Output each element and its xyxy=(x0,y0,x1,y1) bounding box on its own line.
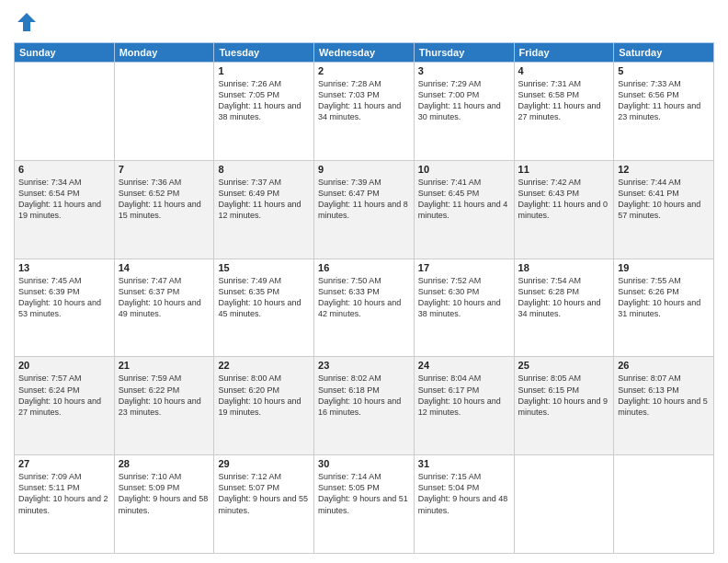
day-number: 29 xyxy=(218,458,310,469)
calendar-cell: 19Sunrise: 7:55 AMSunset: 6:26 PMDayligh… xyxy=(614,259,714,357)
calendar-cell: 28Sunrise: 7:10 AMSunset: 5:09 PMDayligh… xyxy=(114,455,214,554)
calendar-cell: 2Sunrise: 7:28 AMSunset: 7:03 PMDaylight… xyxy=(314,63,415,161)
cell-info: Sunrise: 7:14 AMSunset: 5:05 PMDaylight:… xyxy=(318,471,410,516)
calendar-cell: 20Sunrise: 7:57 AMSunset: 6:24 PMDayligh… xyxy=(15,357,115,455)
day-number: 14 xyxy=(119,262,210,273)
calendar-cell: 30Sunrise: 7:14 AMSunset: 5:05 PMDayligh… xyxy=(314,455,415,554)
calendar-cell: 26Sunrise: 8:07 AMSunset: 6:13 PMDayligh… xyxy=(614,357,714,455)
day-number: 15 xyxy=(218,262,310,273)
cell-info: Sunrise: 7:45 AMSunset: 6:39 PMDaylight:… xyxy=(18,275,110,320)
cell-info: Sunrise: 7:50 AMSunset: 6:33 PMDaylight:… xyxy=(318,275,410,320)
weekday-header-thursday: Thursday xyxy=(414,43,514,63)
cell-info: Sunrise: 7:33 AMSunset: 6:56 PMDaylight:… xyxy=(618,78,710,123)
logo xyxy=(14,9,43,35)
day-number: 16 xyxy=(318,262,410,273)
cell-info: Sunrise: 7:26 AMSunset: 7:05 PMDaylight:… xyxy=(218,78,310,123)
day-number: 20 xyxy=(18,360,110,371)
day-number: 2 xyxy=(318,65,410,76)
calendar-cell: 24Sunrise: 8:04 AMSunset: 6:17 PMDayligh… xyxy=(414,357,514,455)
cell-info: Sunrise: 8:04 AMSunset: 6:17 PMDaylight:… xyxy=(418,373,510,418)
weekday-header-saturday: Saturday xyxy=(614,43,714,63)
calendar-cell: 7Sunrise: 7:36 AMSunset: 6:52 PMDaylight… xyxy=(114,160,214,259)
cell-info: Sunrise: 7:49 AMSunset: 6:35 PMDaylight:… xyxy=(218,275,310,320)
day-number: 19 xyxy=(618,262,710,273)
cell-info: Sunrise: 8:02 AMSunset: 6:18 PMDaylight:… xyxy=(318,373,410,418)
cell-info: Sunrise: 7:10 AMSunset: 5:09 PMDaylight:… xyxy=(119,471,210,516)
calendar-cell: 5Sunrise: 7:33 AMSunset: 6:56 PMDaylight… xyxy=(614,63,714,161)
calendar-cell: 18Sunrise: 7:54 AMSunset: 6:28 PMDayligh… xyxy=(514,259,614,357)
day-number: 27 xyxy=(18,458,110,469)
logo-icon xyxy=(14,9,40,35)
calendar-cell xyxy=(614,455,714,554)
day-number: 10 xyxy=(418,164,510,175)
calendar-cell: 16Sunrise: 7:50 AMSunset: 6:33 PMDayligh… xyxy=(314,259,415,357)
calendar-cell: 31Sunrise: 7:15 AMSunset: 5:04 PMDayligh… xyxy=(414,455,514,554)
calendar-cell: 9Sunrise: 7:39 AMSunset: 6:47 PMDaylight… xyxy=(314,160,415,259)
page: SundayMondayTuesdayWednesdayThursdayFrid… xyxy=(0,0,728,563)
day-number: 25 xyxy=(518,360,610,371)
cell-info: Sunrise: 7:57 AMSunset: 6:24 PMDaylight:… xyxy=(18,373,110,418)
calendar-cell: 11Sunrise: 7:42 AMSunset: 6:43 PMDayligh… xyxy=(514,160,614,259)
cell-info: Sunrise: 8:05 AMSunset: 6:15 PMDaylight:… xyxy=(518,373,610,418)
day-number: 12 xyxy=(618,164,710,175)
calendar-cell: 14Sunrise: 7:47 AMSunset: 6:37 PMDayligh… xyxy=(114,259,214,357)
cell-info: Sunrise: 7:54 AMSunset: 6:28 PMDaylight:… xyxy=(518,275,610,320)
calendar-cell: 22Sunrise: 8:00 AMSunset: 6:20 PMDayligh… xyxy=(214,357,314,455)
cell-info: Sunrise: 8:07 AMSunset: 6:13 PMDaylight:… xyxy=(618,373,710,418)
day-number: 30 xyxy=(318,458,410,469)
weekday-header-friday: Friday xyxy=(514,43,614,63)
calendar-cell: 8Sunrise: 7:37 AMSunset: 6:49 PMDaylight… xyxy=(214,160,314,259)
cell-info: Sunrise: 7:09 AMSunset: 5:11 PMDaylight:… xyxy=(18,471,110,516)
calendar-cell: 15Sunrise: 7:49 AMSunset: 6:35 PMDayligh… xyxy=(214,259,314,357)
cell-info: Sunrise: 7:12 AMSunset: 5:07 PMDaylight:… xyxy=(218,471,310,516)
cell-info: Sunrise: 7:37 AMSunset: 6:49 PMDaylight:… xyxy=(218,177,310,222)
calendar-cell xyxy=(15,63,115,161)
week-row-1: 1Sunrise: 7:26 AMSunset: 7:05 PMDaylight… xyxy=(15,63,714,161)
cell-info: Sunrise: 7:28 AMSunset: 7:03 PMDaylight:… xyxy=(318,78,410,123)
calendar-cell: 1Sunrise: 7:26 AMSunset: 7:05 PMDaylight… xyxy=(214,63,314,161)
calendar-cell: 29Sunrise: 7:12 AMSunset: 5:07 PMDayligh… xyxy=(214,455,314,554)
day-number: 18 xyxy=(518,262,610,273)
cell-info: Sunrise: 7:15 AMSunset: 5:04 PMDaylight:… xyxy=(418,471,510,516)
day-number: 4 xyxy=(518,65,610,76)
cell-info: Sunrise: 7:39 AMSunset: 6:47 PMDaylight:… xyxy=(318,177,410,222)
day-number: 28 xyxy=(119,458,210,469)
day-number: 26 xyxy=(618,360,710,371)
week-row-5: 27Sunrise: 7:09 AMSunset: 5:11 PMDayligh… xyxy=(15,455,714,554)
day-number: 8 xyxy=(218,164,310,175)
day-number: 22 xyxy=(218,360,310,371)
weekday-header-row: SundayMondayTuesdayWednesdayThursdayFrid… xyxy=(15,43,714,63)
svg-marker-0 xyxy=(17,13,36,31)
day-number: 7 xyxy=(119,164,210,175)
cell-info: Sunrise: 7:47 AMSunset: 6:37 PMDaylight:… xyxy=(119,275,210,320)
day-number: 17 xyxy=(418,262,510,273)
cell-info: Sunrise: 8:00 AMSunset: 6:20 PMDaylight:… xyxy=(218,373,310,418)
day-number: 11 xyxy=(518,164,610,175)
cell-info: Sunrise: 7:44 AMSunset: 6:41 PMDaylight:… xyxy=(618,177,710,222)
cell-info: Sunrise: 7:41 AMSunset: 6:45 PMDaylight:… xyxy=(418,177,510,222)
calendar-cell xyxy=(514,455,614,554)
calendar-cell: 12Sunrise: 7:44 AMSunset: 6:41 PMDayligh… xyxy=(614,160,714,259)
calendar-cell: 10Sunrise: 7:41 AMSunset: 6:45 PMDayligh… xyxy=(414,160,514,259)
day-number: 9 xyxy=(318,164,410,175)
cell-info: Sunrise: 7:36 AMSunset: 6:52 PMDaylight:… xyxy=(119,177,210,222)
calendar-cell: 3Sunrise: 7:29 AMSunset: 7:00 PMDaylight… xyxy=(414,63,514,161)
weekday-header-wednesday: Wednesday xyxy=(314,43,415,63)
calendar-cell: 21Sunrise: 7:59 AMSunset: 6:22 PMDayligh… xyxy=(114,357,214,455)
calendar-table: SundayMondayTuesdayWednesdayThursdayFrid… xyxy=(14,42,714,554)
day-number: 5 xyxy=(618,65,710,76)
cell-info: Sunrise: 7:55 AMSunset: 6:26 PMDaylight:… xyxy=(618,275,710,320)
calendar-cell: 6Sunrise: 7:34 AMSunset: 6:54 PMDaylight… xyxy=(15,160,115,259)
cell-info: Sunrise: 7:31 AMSunset: 6:58 PMDaylight:… xyxy=(518,78,610,123)
day-number: 1 xyxy=(218,65,310,76)
cell-info: Sunrise: 7:59 AMSunset: 6:22 PMDaylight:… xyxy=(119,373,210,418)
calendar-cell: 17Sunrise: 7:52 AMSunset: 6:30 PMDayligh… xyxy=(414,259,514,357)
header xyxy=(14,9,714,35)
day-number: 3 xyxy=(418,65,510,76)
weekday-header-monday: Monday xyxy=(114,43,214,63)
cell-info: Sunrise: 7:42 AMSunset: 6:43 PMDaylight:… xyxy=(518,177,610,222)
day-number: 23 xyxy=(318,360,410,371)
calendar-cell: 27Sunrise: 7:09 AMSunset: 5:11 PMDayligh… xyxy=(15,455,115,554)
day-number: 24 xyxy=(418,360,510,371)
cell-info: Sunrise: 7:52 AMSunset: 6:30 PMDaylight:… xyxy=(418,275,510,320)
